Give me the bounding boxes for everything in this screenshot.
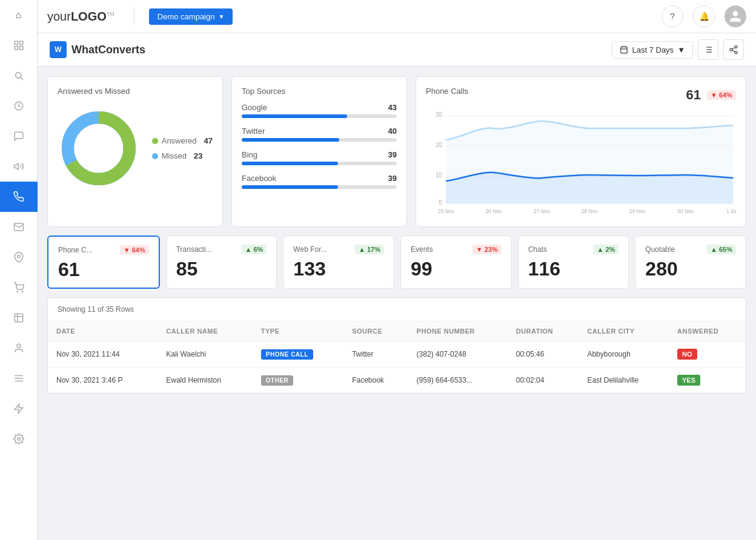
sidebar-item-settings[interactable] <box>0 424 38 454</box>
svg-rect-0 <box>15 41 18 44</box>
svg-point-8 <box>17 255 20 258</box>
metric-tile[interactable]: Events ▼ 23% 99 <box>400 235 512 289</box>
svg-rect-3 <box>19 47 22 50</box>
charts-row: Answered vs Missed <box>47 76 746 227</box>
help-button[interactable]: ? <box>662 5 683 27</box>
columns-button[interactable] <box>698 39 718 60</box>
sidebar-item-chat[interactable] <box>0 121 38 151</box>
metric-name: Events <box>411 245 433 254</box>
source-bar-bg <box>242 162 397 165</box>
legend-missed: Missed 23 <box>152 151 213 160</box>
cell-date: Nov 30, 2021 11:44 <box>48 341 158 367</box>
logo-text: yourLOGOTM <box>47 10 114 24</box>
header-actions: Last 7 Days ▼ <box>612 39 744 60</box>
svg-text:25 Nov: 25 Nov <box>438 208 455 214</box>
cell-phone: (382) 407-0248 <box>408 341 508 367</box>
metric-tile[interactable]: Chats ▲ 2% 116 <box>518 235 629 289</box>
donut-chart <box>58 103 140 194</box>
top-sources-title: Top Sources <box>242 87 397 96</box>
sidebar-item-reports[interactable] <box>0 91 38 121</box>
avatar[interactable] <box>724 5 746 27</box>
source-bar-fill <box>242 138 339 142</box>
sidebar-item-email[interactable] <box>0 212 38 242</box>
metric-value: 116 <box>528 259 619 278</box>
table-column-header: CALLER CITY <box>579 321 669 341</box>
metric-value: 85 <box>176 259 267 278</box>
table-header: DATECALLER NAMETYPESOURCEPHONE NUMBERDUR… <box>48 321 746 341</box>
cell-answered: YES <box>669 367 746 393</box>
sidebar-item-campaigns[interactable] <box>0 151 38 182</box>
source-bar-bg <box>242 138 397 142</box>
page-title: WhatConverts <box>71 44 145 56</box>
svg-marker-7 <box>14 163 18 170</box>
cell-caller-name: Kali Waelchi <box>158 341 253 367</box>
metric-value: 99 <box>411 259 502 278</box>
campaign-button[interactable]: Demo campaign ▼ <box>149 8 233 25</box>
source-bar-fill <box>242 114 347 118</box>
metric-tile[interactable]: Web For... ▲ 17% 133 <box>283 235 394 289</box>
metric-badge: ▲ 17% <box>355 245 384 254</box>
sidebar-item-calls[interactable] <box>0 182 38 212</box>
source-value: 40 <box>388 127 397 136</box>
cell-date: Nov 30, 2021 3:46 P <box>48 367 158 393</box>
missed-dot <box>152 153 158 159</box>
cell-city: Abbyborough <box>579 341 669 367</box>
sidebar-item-location[interactable] <box>0 242 38 272</box>
metric-value: 280 <box>645 259 736 278</box>
app-wrapper: ⌂ <box>0 0 756 540</box>
metric-badge: ▲ 65% <box>707 245 736 254</box>
metric-value: 133 <box>293 259 384 278</box>
sidebar-item-lists[interactable] <box>0 303 38 333</box>
table-row: Nov 30, 2021 3:46 P Ewald Hermiston OTHE… <box>48 367 746 393</box>
share-button[interactable] <box>723 39 744 60</box>
metric-tile[interactable]: Phone C... ▼ 64% 61 <box>47 235 160 289</box>
svg-point-9 <box>17 291 18 292</box>
logo-divider <box>134 7 134 25</box>
date-range-button[interactable]: Last 7 Days ▼ <box>612 41 693 59</box>
cell-type: PHONE CALL <box>253 341 343 367</box>
svg-point-32 <box>735 51 737 54</box>
sidebar-item-ecommerce[interactable] <box>0 272 38 303</box>
source-bar-fill <box>242 162 338 165</box>
svg-rect-20 <box>621 47 628 53</box>
source-bar-fill <box>242 185 338 189</box>
sidebar-item-home[interactable]: ⌂ <box>0 0 38 30</box>
source-bar-bg <box>242 185 397 189</box>
table-column-header: DATE <box>48 321 158 341</box>
metric-tile[interactable]: Transacti... ▲ 6% 85 <box>166 235 277 289</box>
source-bar-bg <box>242 114 397 118</box>
answered-dot <box>152 138 158 144</box>
table-column-header: TYPE <box>253 321 343 341</box>
sidebar-item-analytics[interactable] <box>0 30 38 61</box>
metric-name: Transacti... <box>176 245 212 254</box>
metric-tile[interactable]: Quotable ▲ 65% 280 <box>635 235 746 289</box>
svg-rect-11 <box>15 314 23 322</box>
metric-badge: ▲ 2% <box>594 245 619 254</box>
svg-text:29 Nov: 29 Nov <box>629 208 646 214</box>
svg-point-4 <box>15 73 21 78</box>
sidebar-item-search[interactable] <box>0 61 38 91</box>
cell-phone: (959) 664-6533... <box>408 367 508 393</box>
notifications-button[interactable]: 🔔 <box>693 5 715 27</box>
svg-text:0: 0 <box>439 199 442 206</box>
sources-list: Google 43 Twitter 40 Bing 39 Facebook 39 <box>242 103 397 189</box>
cell-type: OTHER <box>253 367 343 393</box>
svg-point-14 <box>17 344 21 347</box>
cell-source: Facebook <box>343 367 408 393</box>
svg-point-31 <box>730 48 732 51</box>
metric-badge: ▼ 64% <box>120 245 149 255</box>
svg-point-19 <box>17 438 20 441</box>
source-name: Facebook <box>242 174 276 183</box>
sidebar-item-menu[interactable] <box>0 363 38 393</box>
sidebar-item-user[interactable] <box>0 333 38 363</box>
content: Answered vs Missed <box>38 67 756 540</box>
metric-badge: ▲ 6% <box>242 245 267 254</box>
sidebar-item-integrations[interactable] <box>0 393 38 424</box>
svg-text:28 Nov: 28 Nov <box>582 208 598 214</box>
table-column-header: SOURCE <box>343 321 408 341</box>
source-value: 43 <box>388 103 397 112</box>
metric-name: Phone C... <box>58 246 93 254</box>
line-chart-svg: 30 20 10 0 <box>426 108 736 217</box>
metric-name: Quotable <box>645 245 675 254</box>
table-header-row: DATECALLER NAMETYPESOURCEPHONE NUMBERDUR… <box>48 321 746 341</box>
